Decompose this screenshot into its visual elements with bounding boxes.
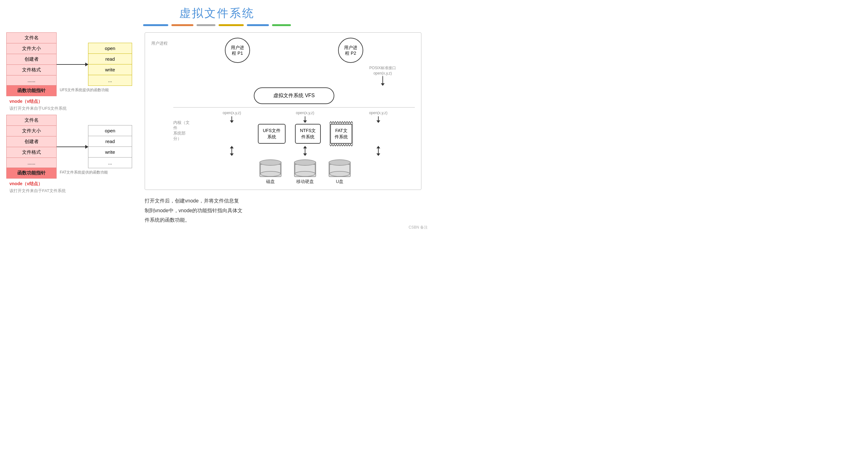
kernel-section: 内核（文件系统部分） open(x,y,z) open(x,y,z) open(… [173, 111, 415, 185]
color-segment-4 [219, 24, 244, 26]
arrow-line-top [57, 64, 88, 65]
ufs-box: UFS文件系统 [258, 124, 285, 144]
open-label-top: open(x,y,z) [373, 71, 392, 75]
arrow-bottom [57, 147, 88, 147]
vnode-bottom-field-4: 文件格式 [7, 147, 57, 158]
vnode-field-1: 文件名 [7, 33, 57, 43]
func-block-bottom: open read write ... [88, 125, 132, 168]
vnode-field-4: 文件格式 [7, 65, 57, 75]
func-item-etc-bottom: ... [88, 158, 132, 168]
fs-open-labels: open(x,y,z) open(x,y,z) open(x,y,z) [195, 111, 415, 115]
disk-item-3: U盘 [329, 161, 351, 185]
diagram-main: 用户进程 P1 用户进程 P2 POSIX标准接口 open(x,y,z) [173, 38, 415, 185]
color-segment-1 [143, 24, 168, 26]
description-text: 打开文件后，创建vnode，并将文件信息复 制到vnode中，vnode的功能指… [145, 196, 428, 225]
spacer [281, 38, 307, 63]
vnode-bottom-field-5: ...... [7, 158, 57, 168]
svg-point-8 [330, 171, 350, 177]
shaft-3 [378, 146, 379, 156]
ntfs-box: NTFS文件系统 [295, 124, 321, 144]
vfs-to-fs-arrows [195, 116, 415, 123]
vnode-field-6: 函数功能指针 [7, 86, 57, 96]
user-process-label: 用户进程 [151, 38, 170, 46]
vnode-field-5: ...... [7, 75, 57, 86]
left-side: 文件名 文件大小 创建者 文件格式 ...... 函数功能指针 open rea… [6, 32, 138, 225]
shaft-1 [231, 146, 232, 156]
disk-cyl-1 [259, 161, 281, 177]
disk-cyl-3 [329, 161, 351, 177]
color-segment-2 [172, 24, 193, 26]
vnode-section-bottom: 文件名 文件大小 创建者 文件格式 ...... 函数功能指针 open rea… [6, 115, 138, 175]
double-arrow-2 [305, 146, 305, 156]
diagram-box: 用户进程 用户进程 P1 用户进程 P2 [145, 32, 422, 190]
process-p2: 用户进程 P2 [338, 38, 363, 63]
fat-box: FAT文件系统 [330, 124, 352, 144]
posix-section: POSIX标准接口 open(x,y,z) [369, 65, 396, 86]
color-bar [0, 24, 434, 26]
vnode-field-3: 创建者 [7, 54, 57, 65]
open-label-ntfs: open(x,y,z) [296, 111, 314, 115]
vnode-bottom-field-6: 函数功能指针 [7, 168, 57, 179]
disk-item-1: 磁盘 [259, 161, 281, 185]
bottom-label: CSBN 备注 [408, 225, 428, 230]
vfs-ellipse: 虚拟文件系统 VFS [254, 87, 334, 104]
disk-cyl-2 [294, 161, 316, 177]
vnode-table-bottom: 文件名 文件大小 创建者 文件格式 ...... 函数功能指针 [6, 115, 57, 179]
double-arrows [195, 146, 415, 156]
open-label-ufs: open(x,y,z) [223, 111, 241, 115]
func-item-open-top: open [88, 43, 132, 54]
page-title: 虚拟文件系统 [0, 0, 434, 21]
main-content: 文件名 文件大小 创建者 文件格式 ...... 函数功能指针 open rea… [0, 32, 434, 225]
func-block-top: open read write ... [88, 43, 132, 86]
process-p1: 用户进程 P1 [225, 38, 250, 63]
kernel-label: 内核（文件系统部分） [173, 111, 192, 141]
func-label-bottom: FAT文件系统提供的函数功能 [60, 170, 108, 175]
shaft-2 [305, 146, 305, 156]
vnode-field-2: 文件大小 [7, 43, 57, 54]
func-item-read-bottom: read [88, 136, 132, 147]
bottom-row: CSBN 备注 [0, 225, 434, 230]
func-item-read-top: read [88, 54, 132, 64]
vnode-sublabel-bottom: 该打开文件来自于FAT文件系统 [9, 188, 66, 194]
func-item-open-bottom: open [88, 125, 132, 136]
h-divider [173, 107, 415, 107]
arrow-to-ufs [231, 116, 232, 123]
color-segment-5 [247, 24, 269, 26]
double-arrow-1 [231, 146, 232, 156]
vnode-bottom-field-1: 文件名 [7, 115, 57, 126]
vfs-row: 虚拟文件系统 VFS [173, 87, 415, 104]
posix-label: POSIX标准接口 [369, 65, 396, 71]
func-table-bottom: open read write ... [88, 125, 132, 168]
disk-label-3: U盘 [336, 179, 343, 185]
user-processes: 用户进程 P1 用户进程 P2 [173, 38, 415, 63]
func-table-top: open read write ... [88, 43, 132, 86]
func-label-top: UFS文件系统提供的函数功能 [60, 87, 109, 93]
svg-point-2 [260, 171, 281, 177]
disk-label-2: 移动硬盘 [296, 179, 314, 185]
vnode-label-bottom: vnode（v结点） [9, 181, 42, 187]
disk-label-1: 磁盘 [266, 179, 275, 185]
double-arrow-3 [378, 146, 379, 156]
vnode-with-arrow-top: 文件名 文件大小 创建者 文件格式 ...... 函数功能指针 open rea… [6, 32, 132, 96]
kernel-content: open(x,y,z) open(x,y,z) open(x,y,z) [195, 111, 415, 185]
disk-item-2: 移动硬盘 [294, 161, 316, 185]
vnode-section-top: 文件名 文件大小 创建者 文件格式 ...... 函数功能指针 open rea… [6, 32, 138, 93]
func-item-write-bottom: write [88, 147, 132, 158]
vnode-table-top: 文件名 文件大小 创建者 文件格式 ...... 函数功能指针 [6, 32, 57, 96]
func-item-etc-top: ... [88, 75, 132, 86]
posix-row: POSIX标准接口 open(x,y,z) [173, 65, 415, 86]
vnode-bottom-field-3: 创建者 [7, 136, 57, 147]
color-segment-6 [272, 24, 291, 26]
user-row: 用户进程 用户进程 P1 用户进程 P2 [151, 38, 415, 185]
open-label-fat: open(x,y,z) [369, 111, 387, 115]
fs-boxes: UFS文件系统 NTFS文件系统 FAT文件系统 [195, 124, 415, 144]
svg-point-5 [295, 171, 315, 177]
arrow-to-ntfs [305, 116, 305, 123]
process-p1-label: 用户进程 P1 [231, 45, 244, 56]
arrow-line-bottom [57, 147, 88, 147]
func-item-write-top: write [88, 64, 132, 75]
vnode-bottom-field-2: 文件大小 [7, 126, 57, 136]
arrow-top [57, 64, 88, 65]
posix-arrow [382, 76, 383, 86]
arrow-to-fat [378, 116, 379, 123]
